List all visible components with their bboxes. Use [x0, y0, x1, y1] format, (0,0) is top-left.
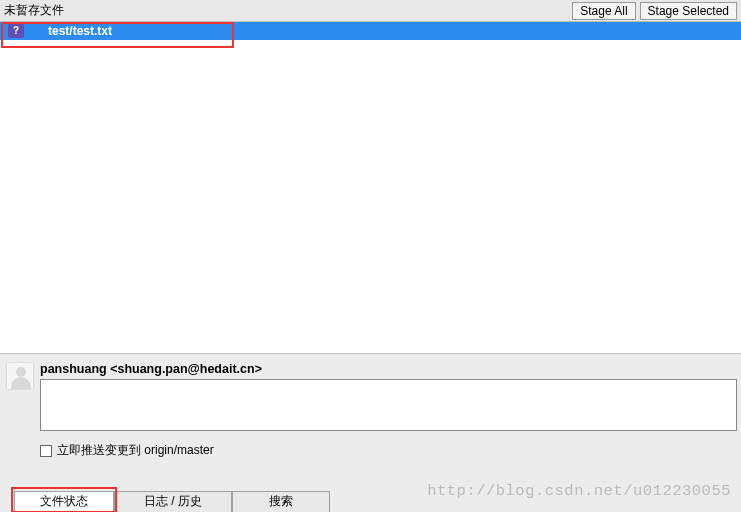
- commit-message-input[interactable]: [40, 379, 737, 431]
- unstaged-file-list[interactable]: ? test/test.txt: [0, 22, 741, 353]
- bottom-tabs: 文件状态 日志 / 历史 搜索: [0, 491, 330, 512]
- push-label: 立即推送变更到 origin/master: [57, 442, 214, 459]
- push-immediately-row[interactable]: 立即推送变更到 origin/master: [40, 442, 735, 459]
- stage-selected-button[interactable]: Stage Selected: [640, 2, 737, 20]
- tab-file-status[interactable]: 文件状态: [14, 491, 114, 512]
- file-path: test/test.txt: [48, 24, 112, 38]
- tab-log-history[interactable]: 日志 / 历史: [114, 491, 232, 512]
- push-checkbox[interactable]: [40, 445, 52, 457]
- stage-all-button[interactable]: Stage All: [572, 2, 635, 20]
- tab-search[interactable]: 搜索: [232, 491, 330, 512]
- unstaged-title: 未暂存文件: [4, 2, 568, 19]
- unstaged-header: 未暂存文件 Stage All Stage Selected: [0, 0, 741, 22]
- avatar: [6, 362, 34, 390]
- file-status-unknown-icon: ?: [8, 24, 24, 38]
- author-label: panshuang <shuang.pan@hedait.cn>: [40, 362, 737, 376]
- commit-panel: panshuang <shuang.pan@hedait.cn> 立即推送变更到…: [0, 353, 741, 512]
- file-row[interactable]: ? test/test.txt: [0, 22, 741, 40]
